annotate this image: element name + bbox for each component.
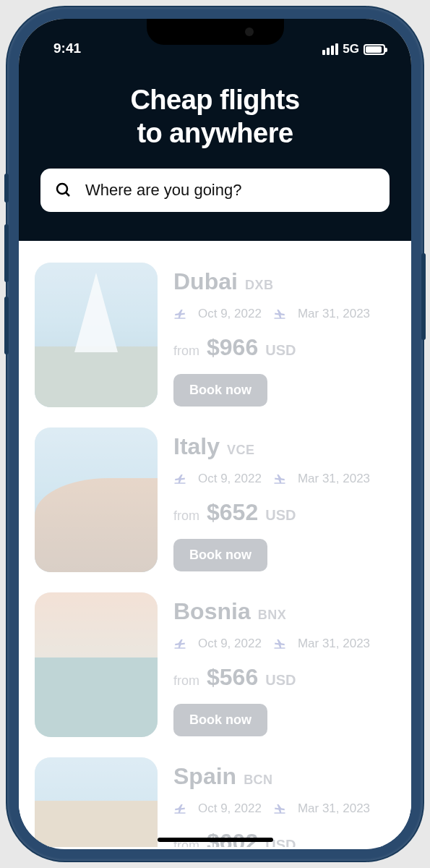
plane-depart-icon [173, 307, 186, 320]
status-time: 9:41 [53, 41, 81, 56]
notch [147, 19, 284, 45]
plane-depart-icon [173, 472, 186, 485]
destination-thumbnail [35, 427, 158, 572]
book-now-button[interactable]: Book now [173, 374, 267, 407]
svg-line-1 [66, 192, 69, 196]
return-date: Mar 31, 2023 [298, 637, 370, 651]
power-button [421, 253, 426, 340]
search-icon [55, 182, 72, 199]
result-info: Italy VCE Oct 9, 2022 Mar 31, 2023 from … [173, 427, 395, 572]
destination-thumbnail [35, 592, 158, 737]
return-date: Mar 31, 2023 [298, 472, 370, 486]
depart-date: Oct 9, 2022 [198, 472, 262, 486]
status-right: 5G [322, 42, 385, 56]
plane-depart-icon [173, 637, 186, 650]
result-card[interactable]: Dubai DXB Oct 9, 2022 Mar 31, 2023 from … [35, 252, 395, 417]
network-label: 5G [343, 42, 359, 56]
plane-return-icon [273, 637, 286, 650]
result-info: Dubai DXB Oct 9, 2022 Mar 31, 2023 from … [173, 263, 395, 407]
plane-return-icon [273, 802, 286, 815]
title-line-1: Cheap flights [130, 85, 299, 115]
result-card[interactable]: Bosnia BNX Oct 9, 2022 Mar 31, 2023 from… [35, 582, 395, 747]
book-now-button[interactable]: Book now [173, 704, 267, 736]
search-field[interactable] [40, 169, 390, 212]
volume-up-button [4, 224, 9, 282]
depart-date: Oct 9, 2022 [198, 307, 262, 321]
book-now-button[interactable]: Book now [173, 539, 267, 571]
destination-name: Spain [173, 763, 236, 790]
svg-point-0 [57, 184, 67, 194]
screen: 9:41 5G Cheap flights to anywhere [19, 19, 411, 849]
header: Cheap flights to anywhere [19, 62, 411, 241]
from-label: from [173, 673, 199, 689]
destination-name: Italy [173, 433, 220, 460]
volume-down-button [4, 297, 9, 354]
page-title: Cheap flights to anywhere [40, 84, 390, 150]
return-date: Mar 31, 2023 [298, 307, 370, 321]
date-row: Oct 9, 2022 Mar 31, 2023 [173, 637, 395, 651]
results-list[interactable]: Dubai DXB Oct 9, 2022 Mar 31, 2023 from … [19, 241, 411, 847]
airport-code: BCN [244, 773, 273, 788]
airport-code: BNX [258, 608, 287, 623]
search-input[interactable] [85, 181, 375, 200]
from-label: from [173, 509, 199, 524]
destination-name: Bosnia [173, 598, 251, 625]
price: $652 [207, 499, 258, 526]
currency: USD [265, 342, 296, 359]
result-info: Spain BCN Oct 9, 2022 Mar 31, 2023 from … [173, 757, 395, 847]
airport-code: DXB [245, 278, 274, 293]
destination-name: Dubai [173, 268, 238, 295]
depart-date: Oct 9, 2022 [198, 637, 262, 651]
result-card[interactable]: Spain BCN Oct 9, 2022 Mar 31, 2023 from … [35, 747, 395, 847]
currency: USD [265, 672, 296, 689]
date-row: Oct 9, 2022 Mar 31, 2023 [173, 307, 395, 321]
result-info: Bosnia BNX Oct 9, 2022 Mar 31, 2023 from… [173, 592, 395, 737]
home-indicator[interactable] [158, 838, 273, 842]
airport-code: VCE [227, 443, 255, 458]
result-card[interactable]: Italy VCE Oct 9, 2022 Mar 31, 2023 from … [35, 417, 395, 582]
destination-thumbnail [35, 263, 158, 407]
mute-switch [4, 174, 9, 203]
from-label: from [173, 344, 199, 359]
title-line-2: to anywhere [137, 118, 293, 148]
destination-thumbnail [35, 757, 158, 847]
plane-return-icon [273, 472, 286, 485]
date-row: Oct 9, 2022 Mar 31, 2023 [173, 801, 395, 816]
price: $966 [207, 334, 258, 361]
date-row: Oct 9, 2022 Mar 31, 2023 [173, 472, 395, 486]
currency: USD [265, 507, 296, 524]
return-date: Mar 31, 2023 [298, 801, 370, 816]
signal-icon [322, 43, 338, 55]
price: $566 [207, 664, 258, 691]
battery-icon [364, 44, 385, 55]
plane-return-icon [273, 307, 286, 320]
plane-depart-icon [173, 802, 186, 815]
phone-frame: 9:41 5G Cheap flights to anywhere [7, 7, 423, 861]
depart-date: Oct 9, 2022 [198, 801, 262, 816]
